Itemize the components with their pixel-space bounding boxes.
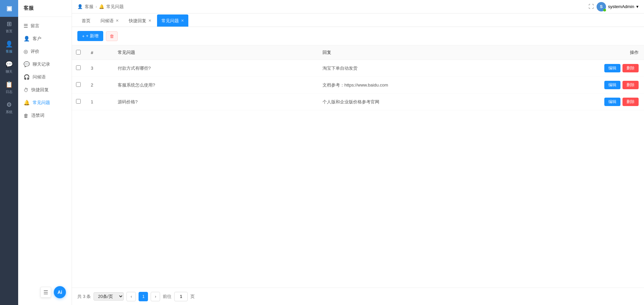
fullscreen-button[interactable]: ⛶ (589, 4, 594, 10)
tab-kuaijiehuifu-close[interactable]: ✕ (148, 19, 151, 23)
sidebar-label-wenhounyu: 问候语 (33, 74, 46, 80)
liuyan-icon: ☰ (24, 23, 28, 29)
iconbar-item-log[interactable]: 📋 日志 (0, 77, 18, 98)
sidebar-item-liuyan[interactable]: ☰ 留言 (18, 20, 72, 32)
page-next-button[interactable]: › (151, 292, 160, 301)
sidebar-item-liantian[interactable]: 💬 聊天记录 (18, 58, 72, 71)
add-button[interactable]: + + 新增 (77, 31, 103, 41)
row-checkbox-3[interactable] (76, 65, 81, 70)
sidebar: 客服 ☰ 留言 👤 客户 ◎ 评价 💬 聊天记录 🎧 问候语 ⏱ 快捷回复 🔔 … (18, 0, 72, 305)
action-buttons-2: 编辑 删除 (596, 81, 639, 89)
breadcrumb-kefu-icon: 👤 (77, 4, 83, 9)
user-avatar-wrap: S (597, 2, 606, 11)
row-checkbox-2[interactable] (76, 82, 81, 87)
log-icon: 📋 (5, 81, 13, 88)
row-checkbox-1[interactable] (76, 99, 81, 104)
action-buttons-3: 编辑 删除 (596, 64, 639, 72)
th-num: # (85, 45, 112, 60)
td-question-3: 付款方式有哪些? (112, 60, 317, 77)
sidebar-label-changjian: 常见问题 (33, 100, 50, 106)
breadcrumb-changjian-icon: 🔔 (99, 4, 104, 9)
th-reply: 回复 (317, 45, 590, 60)
bulk-delete-button[interactable]: 🗑 (106, 31, 118, 41)
edit-button-2[interactable]: 编辑 (604, 81, 620, 89)
breadcrumb-changjian: 常见问题 (106, 4, 124, 10)
th-question: 常见问题 (112, 45, 317, 60)
td-checkbox-1 (72, 94, 85, 110)
tab-changjianwenti[interactable]: 常见问题 ✕ (157, 14, 188, 27)
iconbar-item-home[interactable]: ⊞ 首页 (0, 17, 18, 37)
table-header-row: # 常见问题 回复 操作 (72, 45, 644, 60)
tab-home-label: 首页 (82, 18, 90, 24)
edit-button-3[interactable]: 编辑 (604, 64, 620, 72)
td-action-2: 编辑 删除 (590, 77, 644, 94)
delete-button-2[interactable]: 删除 (622, 81, 639, 89)
iconbar-label-system: 系统 (6, 110, 12, 114)
sidebar-item-pingjia[interactable]: ◎ 评价 (18, 45, 72, 58)
td-reply-3: 淘宝下单自动发货 (317, 60, 590, 77)
float-menu-icon: ☰ (43, 289, 48, 296)
iconbar-item-system[interactable]: ⚙ 系统 (0, 98, 18, 118)
td-action-3: 编辑 删除 (590, 60, 644, 77)
iconbar-label-home: 首页 (6, 29, 12, 34)
tab-changjianwenti-close[interactable]: ✕ (181, 19, 184, 23)
float-menu-button[interactable]: ☰ (40, 287, 51, 298)
add-icon: + (82, 34, 85, 39)
data-table: # 常见问题 回复 操作 (72, 45, 644, 110)
iconbar-item-kefu[interactable]: 👤 客服 (0, 37, 18, 57)
td-num-3: 3 (85, 60, 112, 77)
sidebar-label-kehu: 客户 (33, 36, 41, 42)
page-1-button[interactable]: 1 (139, 292, 148, 301)
sidebar-item-kuaijie[interactable]: ⏱ 快捷回复 (18, 83, 72, 96)
th-action: 操作 (590, 45, 644, 60)
sidebar-menu: ☰ 留言 👤 客户 ◎ 评价 💬 聊天记录 🎧 问候语 ⏱ 快捷回复 🔔 常见问… (18, 17, 72, 305)
tab-kuaijiehuifu[interactable]: 快捷回复 ✕ (124, 14, 156, 27)
table-wrap: # 常见问题 回复 操作 (72, 45, 644, 287)
pingjia-icon: ◎ (24, 48, 28, 55)
icon-bar: ▣ ⊞ 首页 👤 客服 💬 聊天 📋 日志 ⚙ 系统 (0, 0, 18, 305)
goto-label: 前往 (163, 294, 172, 300)
goto-input[interactable] (174, 292, 188, 301)
sidebar-item-jinjinci[interactable]: 🗑 违禁词 (18, 109, 72, 122)
breadcrumb-kefu: 客服 (85, 4, 93, 10)
tab-wenhounyu[interactable]: 问候语 ✕ (96, 14, 123, 27)
home-icon: ⊞ (7, 20, 12, 28)
page-size-select[interactable]: 10条/页 20条/页 50条/页 100条/页 (93, 292, 124, 301)
online-status-dot (603, 9, 606, 11)
content-area: + + 新增 🗑 # (72, 27, 644, 305)
system-icon: ⚙ (6, 101, 12, 108)
kefu-icon: 👤 (5, 40, 13, 48)
sidebar-item-kehu[interactable]: 👤 客户 (18, 32, 72, 45)
page-prev-button[interactable]: ‹ (126, 292, 136, 301)
sidebar-item-wenhounyu[interactable]: 🎧 问候语 (18, 71, 72, 83)
table-row: 1 源码价格? 个人版和企业版价格参考官网 编辑 (72, 94, 644, 110)
tabs-bar: 首页 问候语 ✕ 快捷回复 ✕ 常见问题 ✕ (72, 13, 644, 27)
tab-wenhounyu-close[interactable]: ✕ (116, 19, 119, 23)
ai-label: Ai (58, 290, 62, 295)
sidebar-label-kuaijie: 快捷回复 (31, 87, 49, 93)
edit-button-1[interactable]: 编辑 (604, 98, 620, 106)
pagination: 共 3 条 10条/页 20条/页 50条/页 100条/页 ‹ 1 › 前往 … (72, 287, 644, 305)
delete-icon: 🗑 (110, 34, 114, 39)
iconbar-label-log: 日志 (6, 90, 12, 94)
sidebar-title: 客服 (18, 0, 72, 17)
sidebar-label-jinjinci: 违禁词 (31, 112, 44, 118)
add-label: + 新增 (86, 33, 99, 39)
delete-button-1[interactable]: 删除 (622, 98, 639, 106)
jinjinci-icon: 🗑 (24, 113, 29, 118)
tab-home[interactable]: 首页 (77, 14, 95, 27)
select-all-checkbox[interactable] (76, 50, 81, 55)
tab-kuaijiehuifu-label: 快捷回复 (129, 18, 146, 24)
td-question-2: 客服系统怎么使用? (112, 77, 317, 94)
kuaijie-icon: ⏱ (24, 87, 29, 93)
td-question-1: 源码价格? (112, 94, 317, 110)
iconbar-label-kefu: 客服 (6, 49, 12, 54)
iconbar-item-chat[interactable]: 💬 聊天 (0, 57, 18, 77)
tab-wenhounyu-label: 问候语 (101, 18, 114, 24)
td-num-2: 2 (85, 77, 112, 94)
sidebar-item-changjian[interactable]: 🔔 常见问题 (18, 96, 72, 109)
float-ai-button[interactable]: Ai (54, 286, 66, 298)
delete-button-3[interactable]: 删除 (622, 64, 639, 72)
td-reply-2: 文档参考：https://www.baidu.com (317, 77, 590, 94)
user-menu[interactable]: S systemAdmin ▾ (597, 2, 639, 11)
